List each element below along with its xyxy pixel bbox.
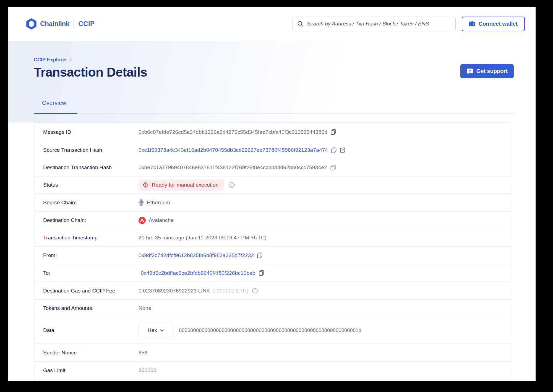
chainlink-ccip-logo[interactable]: Chainlink CCIP — [26, 18, 95, 30]
support-question-icon: ? — [466, 68, 473, 75]
data-format-selected: Hex — [148, 327, 157, 333]
row-partial-cutoff — [35, 379, 512, 381]
data-hex-value: 0000000000000000000000000000000000000000… — [179, 328, 361, 333]
breadcrumb-ccip-explorer-link[interactable]: CCIP Explorer — [34, 57, 67, 62]
sender-nonce-label: Sender Nonce — [43, 350, 139, 356]
external-link-icon[interactable] — [340, 147, 345, 153]
tab-overview-active-underline — [34, 113, 77, 114]
row-to: To: 0x49d5c2bdffac6ce2bfdb6640f4f80f226b… — [35, 264, 512, 282]
transaction-details-card: Message ID 0xb6c07efde726cd5a34dbb1226a6… — [35, 122, 512, 381]
message-id-value: 0xb6c07efde726cd5a34dbb1226a6d4275c55d34… — [139, 129, 327, 135]
ccip-explorer-page: Chainlink CCIP Connect wallet — [8, 7, 536, 381]
row-timestamp: Transaction Timestamp 20 hrs 35 mins ago… — [35, 229, 512, 247]
row-source-chain: Source Chain: Ethereum — [35, 194, 512, 211]
status-badge-text: Ready for manual execution — [152, 182, 219, 188]
connect-wallet-button[interactable]: Connect wallet — [462, 17, 525, 31]
fee-label: Destination Gas and CCIP Fee — [43, 288, 139, 294]
status-badge: Ready for manual execution — [139, 179, 224, 191]
status-info-icon[interactable] — [229, 182, 235, 188]
brand-name: Chainlink — [40, 20, 69, 28]
row-from: From: 0x9df2c742dfcf9612b835fb6b8f982a23… — [35, 247, 512, 264]
chevron-down-icon — [160, 329, 164, 332]
search-input[interactable] — [307, 21, 451, 27]
gas-limit-value: 200000 — [139, 367, 156, 373]
to-label: To: — [43, 270, 139, 276]
copy-icon[interactable] — [331, 147, 337, 153]
copy-icon[interactable] — [259, 270, 264, 276]
logo-divider — [74, 20, 74, 28]
dest-tx-hash-label: Destination Transaction Hash — [43, 164, 139, 171]
fee-info-icon[interactable] — [252, 288, 258, 294]
data-format-dropdown[interactable]: Hex — [139, 323, 173, 338]
tokens-value: None — [139, 305, 151, 311]
gas-limit-label: Gas Limit — [43, 367, 139, 373]
avalanche-icon — [139, 217, 146, 224]
status-label: Status — [43, 182, 139, 188]
timestamp-value: 20 hrs 35 mins ago (Jan-11-2023 09:13:47… — [139, 235, 267, 241]
tokens-label: Tokens and Amounts — [43, 305, 139, 311]
get-support-button[interactable]: ? Get support — [460, 64, 514, 78]
sender-nonce-value: 656 — [139, 350, 147, 356]
row-tokens: Tokens and Amounts None — [35, 300, 512, 317]
timestamp-label: Transaction Timestamp — [43, 235, 139, 241]
dest-chain-item: Avalanche — [139, 217, 174, 224]
fee-value: 0.023708923076922923 LINK — [139, 288, 210, 294]
search-icon — [297, 21, 304, 27]
connect-wallet-label: Connect wallet — [479, 21, 518, 27]
to-address-link[interactable]: 0x49d5c2bdffac6ce2bfdb6640f4f80f226bc10b… — [141, 270, 255, 276]
row-gas-limit: Gas Limit 200000 — [35, 362, 512, 379]
row-message-id: Message ID 0xb6c07efde726cd5a34dbb1226a6… — [35, 123, 512, 141]
chainlink-hexagon-icon — [26, 18, 36, 30]
dest-tx-hash-value: 0xbe741a779b9407846e837811f438122f769f25… — [139, 164, 327, 171]
row-fee: Destination Gas and CCIP Fee 0.023708923… — [35, 282, 512, 300]
source-tx-hash-link[interactable]: 0xc1f69378a4c343ef16ad2b0470455db3cd2222… — [139, 147, 328, 153]
row-dest-chain: Destination Chain: Avalanche — [35, 211, 512, 229]
top-header: Chainlink CCIP Connect wallet — [8, 7, 536, 41]
source-chain-name: Ethereum — [147, 200, 170, 206]
page-title: Transaction Details — [34, 65, 147, 80]
source-tx-hash-label: Source Transaction Hash — [43, 147, 139, 153]
copy-icon[interactable] — [331, 129, 336, 135]
product-name: CCIP — [78, 20, 95, 28]
source-chain-label: Source Chain: — [43, 200, 139, 206]
row-source-tx-hash: Source Transaction Hash 0xc1f69378a4c343… — [35, 141, 512, 159]
from-label: From: — [43, 252, 139, 258]
row-sender-nonce: Sender Nonce 656 — [35, 344, 512, 362]
fee-eth-equivalent: (.000001 ETH) — [213, 288, 249, 294]
from-address-link[interactable]: 0x9df2c742dfcf9612b835fb6b8f982a235b7f22… — [139, 252, 254, 258]
get-support-label: Get support — [476, 68, 508, 74]
copy-icon[interactable] — [257, 252, 262, 258]
row-data: Data Hex 0000000000000000000000000000000… — [35, 317, 512, 344]
row-status: Status Ready for manual execution — [35, 176, 512, 194]
data-label: Data — [43, 327, 139, 333]
dest-chain-label: Destination Chain: — [43, 217, 139, 223]
tab-overview[interactable]: Overview — [42, 100, 66, 106]
status-warning-diamond-icon — [142, 182, 149, 188]
wallet-icon — [469, 21, 475, 27]
source-chain-item: Ethereum — [139, 198, 170, 207]
dest-chain-name: Avalanche — [149, 217, 174, 223]
copy-icon[interactable] — [330, 165, 336, 171]
global-search — [293, 17, 456, 31]
message-id-label: Message ID — [43, 129, 139, 135]
ethereum-icon — [139, 198, 144, 207]
hero-section: CCIP Explorer / Transaction Details ? Ge… — [8, 41, 536, 122]
tabbar-divider — [34, 113, 514, 114]
breadcrumb: CCIP Explorer / — [34, 57, 72, 63]
svg-text:?: ? — [469, 69, 471, 73]
breadcrumb-separator: / — [70, 57, 72, 62]
row-dest-tx-hash: Destination Transaction Hash 0xbe741a779… — [35, 159, 512, 176]
